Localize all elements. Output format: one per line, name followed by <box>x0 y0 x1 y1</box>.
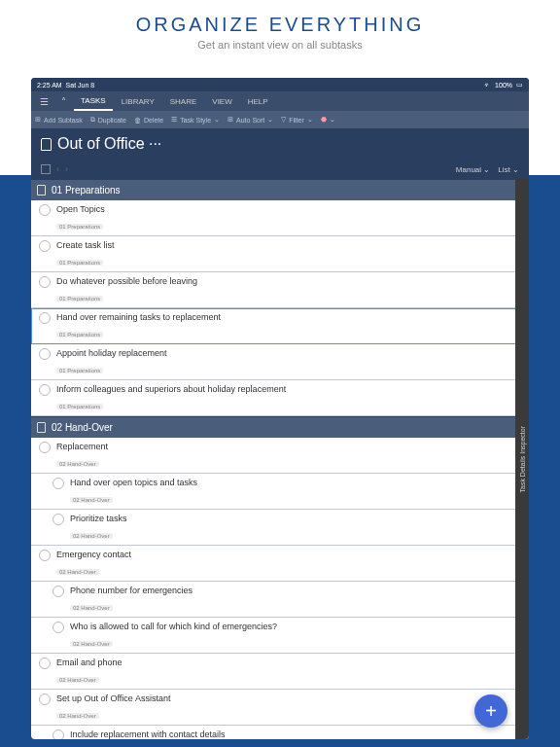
duplicate-icon: ⧉ <box>90 116 95 124</box>
next-arrow[interactable]: › <box>65 164 68 174</box>
task-title: Set up Out of Office Assistant <box>56 693 510 704</box>
task-checkbox[interactable] <box>52 586 64 597</box>
task-tag: 02 Hand-Over <box>56 461 99 467</box>
view-mode[interactable]: List ⌄ <box>498 165 519 174</box>
task-row[interactable]: Appoint holiday replacement01 Preparatio… <box>31 344 529 380</box>
section-header[interactable]: 02 Hand-Over⌄ <box>31 416 529 438</box>
sort-mode[interactable]: Manual ⌄ <box>456 165 490 174</box>
task-checkbox[interactable] <box>52 729 64 739</box>
task-tag: 02 Hand-Over <box>70 497 113 503</box>
task-title: Hand over remaining tasks to replacement <box>56 311 521 323</box>
task-style-button[interactable]: ☰Task Style ⌄ <box>171 116 220 124</box>
task-title: Phone number for emergencies <box>70 585 521 596</box>
wifi-icon: ᯤ <box>484 82 491 89</box>
task-row[interactable]: Hand over open topics and tasks02 Hand-O… <box>31 474 529 510</box>
task-tag: 01 Preparations <box>56 368 103 374</box>
promo-title: ORGANIZE EVERYTHING <box>0 14 560 36</box>
task-row[interactable]: Who is allowed to call for which kind of… <box>31 618 529 654</box>
inspector-panel[interactable]: Task Details Inspector <box>515 179 529 739</box>
task-tag: 02 Hand-Over <box>56 713 99 719</box>
task-title: Prioritize tasks <box>70 513 521 524</box>
task-row[interactable]: Phone number for emergencies02 Hand-Over <box>31 582 529 618</box>
task-checkbox[interactable] <box>39 348 51 360</box>
page-title: Out of Office ··· <box>57 135 161 153</box>
add-subtask-button[interactable]: ⊞Add Subtask <box>35 116 83 124</box>
task-row[interactable]: Emergency contact02 Hand-Over⌄ <box>31 546 529 582</box>
task-list: 01 Preparations⌄Open Topics01 Preparatio… <box>31 179 529 739</box>
task-row[interactable]: Inform colleagues and superiors about ho… <box>31 380 529 416</box>
task-checkbox[interactable] <box>39 694 51 705</box>
task-checkbox[interactable] <box>39 658 51 669</box>
filter-icon: ▽ <box>281 116 286 124</box>
task-title: Include replacement with contact details <box>70 729 521 739</box>
task-title: Hand over open topics and tasks <box>70 477 521 488</box>
clipboard-icon <box>37 185 46 196</box>
task-title: Email and phone <box>56 657 510 668</box>
task-tag: 02 Hand-Over <box>56 677 99 683</box>
status-bar: 2:25 AM Sat Jun 8 ᯤ 100% ▭ <box>31 78 529 91</box>
task-checkbox[interactable] <box>52 478 64 489</box>
filter-button[interactable]: ▽Filter ⌄ <box>281 116 313 124</box>
task-title: Create task list <box>56 239 521 251</box>
task-checkbox[interactable] <box>39 204 51 216</box>
task-row[interactable]: Replacement02 Hand-Over⌄ <box>31 438 529 474</box>
task-tag: 02 Hand-Over <box>56 569 99 575</box>
task-checkbox[interactable] <box>52 514 64 525</box>
auto-sort-button[interactable]: ⊞Auto Sort ⌄ <box>228 116 273 124</box>
section-title: 01 Preparations <box>52 185 516 196</box>
task-row[interactable]: Create task list01 Preparations <box>31 236 529 272</box>
task-tag: 01 Preparations <box>56 332 103 338</box>
menu-tasks[interactable]: TASKS <box>74 92 113 111</box>
delete-button[interactable]: 🗑Delete <box>134 117 163 124</box>
task-checkbox[interactable] <box>39 442 51 453</box>
status-right: ᯤ 100% ▭ <box>484 81 523 89</box>
task-title: Open Topics <box>56 203 521 215</box>
menu-view[interactable]: VIEW <box>205 93 238 110</box>
task-list-content[interactable]: 01 Preparations⌄Open Topics01 Preparatio… <box>31 179 529 739</box>
menu-share[interactable]: SHARE <box>163 93 204 110</box>
task-checkbox[interactable] <box>39 384 51 396</box>
section-header[interactable]: 01 Preparations⌄ <box>31 179 529 200</box>
control-bar: ‹ › Manual ⌄ List ⌄ <box>31 160 529 179</box>
task-title: Appoint holiday replacement <box>56 347 521 359</box>
menu-bar: ☰ ˄ TASKS LIBRARY SHARE VIEW HELP <box>31 91 529 111</box>
hamburger-icon[interactable]: ☰ <box>35 92 52 110</box>
add-task-fab[interactable]: + <box>474 694 508 728</box>
prev-arrow[interactable]: ‹ <box>56 164 59 174</box>
add-icon: ⊞ <box>35 116 41 124</box>
task-checkbox[interactable] <box>39 276 51 288</box>
style-icon: ☰ <box>171 116 177 124</box>
up-arrow-icon[interactable]: ˄ <box>54 92 72 110</box>
device-frame: 2:25 AM Sat Jun 8 ᯤ 100% ▭ ☰ ˄ TASKS LIB… <box>31 78 529 739</box>
task-title: Do whatever possible before leaving <box>56 275 521 287</box>
grid-icon[interactable] <box>41 164 51 174</box>
task-title: Who is allowed to call for which kind of… <box>70 621 521 632</box>
task-row[interactable]: Do whatever possible before leaving01 Pr… <box>31 272 529 308</box>
task-row[interactable]: Prioritize tasks02 Hand-Over <box>31 510 529 546</box>
task-row[interactable]: Include replacement with contact details… <box>31 726 529 739</box>
task-row[interactable]: Hand over remaining tasks to replacement… <box>31 308 529 344</box>
task-checkbox[interactable] <box>39 550 51 561</box>
tag-icon: ⬣ <box>321 116 327 124</box>
menu-library[interactable]: LIBRARY <box>115 93 161 110</box>
task-checkbox[interactable] <box>52 622 64 633</box>
trash-icon: 🗑 <box>134 117 141 124</box>
tag-button[interactable]: ⬣ ⌄ <box>321 116 335 124</box>
task-row[interactable]: Open Topics01 Preparations <box>31 200 529 236</box>
task-checkbox[interactable] <box>39 240 51 252</box>
task-checkbox[interactable] <box>39 312 51 324</box>
task-title: Emergency contact <box>56 549 510 560</box>
menu-help[interactable]: HELP <box>241 93 275 110</box>
task-tag: 01 Preparations <box>56 260 103 266</box>
task-row[interactable]: Email and phone02 Hand-Over⌄ <box>31 654 529 690</box>
task-tag: 01 Preparations <box>56 404 103 409</box>
duplicate-button[interactable]: ⧉Duplicate <box>90 116 126 124</box>
clipboard-icon <box>41 138 52 151</box>
task-row[interactable]: Set up Out of Office Assistant02 Hand-Ov… <box>31 690 529 726</box>
clipboard-icon <box>37 422 46 433</box>
promo-banner: ORGANIZE EVERYTHING Get an instant view … <box>0 0 560 68</box>
promo-subtitle: Get an instant view on all subtasks <box>0 39 560 51</box>
task-title: Replacement <box>56 441 510 452</box>
battery-icon: ▭ <box>516 81 523 89</box>
task-title: Inform colleagues and superiors about ho… <box>56 383 521 395</box>
